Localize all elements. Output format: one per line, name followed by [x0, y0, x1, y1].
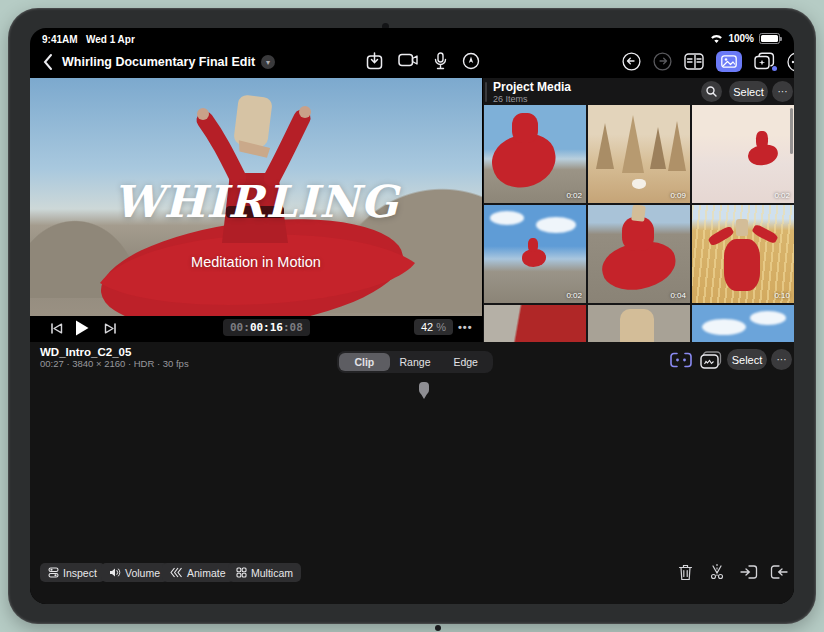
- project-media-count: 26 Items: [493, 94, 571, 104]
- timeline-clip-name: WD_Intro_C2_05: [40, 346, 189, 358]
- viewer-title-overlay: WHIRLING: [30, 176, 482, 227]
- viewer-zoom-control[interactable]: 42 %: [414, 319, 453, 335]
- clip-appearance-icon[interactable]: [700, 351, 722, 369]
- media-thumb-canyon[interactable]: 0:09: [588, 105, 690, 203]
- multicam-button[interactable]: Multicam: [228, 563, 301, 582]
- edit-mode-segmented-control: Clip Range Edge: [337, 351, 493, 373]
- thumb-duration: 0:04: [670, 291, 686, 300]
- playhead-handle[interactable]: [419, 382, 429, 395]
- battery-icon: [759, 33, 780, 44]
- media-more-button[interactable]: ···: [772, 81, 793, 102]
- timecode-main: 00:16: [250, 321, 283, 334]
- thumb-duration: 0:02: [774, 191, 790, 200]
- back-button[interactable]: [42, 53, 53, 71]
- volume-button[interactable]: Volume: [101, 563, 168, 582]
- skip-back-icon[interactable]: [50, 322, 63, 335]
- bezel-dot: [435, 625, 441, 631]
- thumb-duration: 0:10: [774, 291, 790, 300]
- timecode-display[interactable]: 00:00:16:08: [223, 319, 310, 336]
- app-screen: 9:41AM Wed 1 Apr 100% Whirling Documenta…: [30, 28, 794, 604]
- pencil-tool-icon[interactable]: [462, 52, 480, 70]
- wifi-icon: [710, 34, 723, 44]
- chevron-left-icon: [42, 53, 53, 71]
- blade-split-icon[interactable]: [708, 563, 726, 581]
- timeline-clip-meta: 00:27 · 3840 × 2160 · HDR · 30 fps: [40, 358, 189, 369]
- record-video-icon[interactable]: [398, 52, 419, 68]
- thumb-duration: 0:09: [670, 191, 686, 200]
- inspect-icon: [48, 567, 59, 578]
- inspect-label: Inspect: [63, 567, 97, 579]
- project-title: Whirling Documentary Final Edit: [62, 55, 255, 69]
- notification-dot: [772, 66, 777, 71]
- battery-percent: 100%: [728, 33, 754, 44]
- project-media-panel: Project Media 26 Items Select ··· 0:02 0…: [483, 78, 794, 342]
- multicam-icon: [236, 567, 247, 578]
- photo-icon: [721, 55, 737, 68]
- animate-label: Animate: [187, 567, 226, 579]
- undo-icon[interactable]: [622, 52, 641, 71]
- thumb-duration: 0:02: [566, 191, 582, 200]
- timeline-panel: WD_Intro_C2_05 00:27 · 3840 × 2160 · HDR…: [30, 342, 794, 604]
- inspector-panel-icon[interactable]: [684, 53, 704, 70]
- status-date: Wed 1 Apr: [86, 34, 135, 45]
- media-select-button[interactable]: Select: [729, 81, 768, 102]
- viewer-subtitle-overlay: Meditation in Motion: [30, 254, 482, 270]
- multicam-label: Multicam: [251, 567, 293, 579]
- search-button[interactable]: [701, 81, 722, 102]
- project-title-menu[interactable]: Whirling Documentary Final Edit ▾: [62, 55, 275, 69]
- toolbar-center-icons: [366, 52, 480, 70]
- insert-clip-icon[interactable]: [740, 564, 758, 580]
- toolbar-right-icons: [622, 51, 794, 72]
- media-thumb-spin-close[interactable]: 0:04: [588, 205, 690, 303]
- media-thumb-wheat[interactable]: 0:10: [692, 205, 794, 303]
- status-time: 9:41AM: [42, 34, 78, 45]
- project-media-title: Project Media: [493, 80, 571, 94]
- chevron-down-icon: ▾: [261, 55, 275, 69]
- speaker-icon: [109, 567, 121, 578]
- animate-button[interactable]: Animate: [162, 563, 234, 582]
- mode-edge[interactable]: Edge: [440, 353, 491, 371]
- media-thumb-dervish-rock[interactable]: 0:02: [484, 105, 586, 203]
- connect-clip-icon[interactable]: [670, 352, 692, 368]
- status-bar-left: 9:41AM Wed 1 Apr: [42, 34, 135, 45]
- zoom-value: 42: [421, 321, 433, 333]
- project-media-header: Project Media 26 Items: [493, 80, 571, 104]
- redo-icon[interactable]: [653, 52, 672, 71]
- timeline-select-button[interactable]: Select: [727, 349, 767, 370]
- search-icon: [706, 86, 717, 97]
- viewer-more-icon[interactable]: •••: [458, 321, 473, 333]
- mode-clip[interactable]: Clip: [339, 353, 390, 371]
- voiceover-mic-icon[interactable]: [434, 52, 447, 70]
- timecode-hours: 00:: [230, 321, 250, 334]
- status-bar-right: 100%: [710, 33, 780, 44]
- overwrite-clip-icon[interactable]: [770, 564, 788, 580]
- media-browser-button-active[interactable]: [716, 51, 742, 72]
- panel-drag-handle[interactable]: [485, 82, 487, 102]
- volume-label: Volume: [125, 567, 160, 579]
- thumb-duration: 0:02: [566, 291, 582, 300]
- media-thumb-sky[interactable]: [692, 305, 794, 342]
- media-grid: 0:02 0:09 0:02 0:02: [484, 105, 794, 342]
- skip-forward-icon[interactable]: [104, 322, 117, 335]
- mode-range[interactable]: Range: [390, 353, 441, 371]
- media-thumb-red-closeup[interactable]: [484, 305, 586, 342]
- more-options-icon[interactable]: [787, 52, 794, 72]
- zoom-unit: %: [436, 321, 446, 333]
- delete-icon[interactable]: [678, 564, 693, 581]
- media-thumb-badlands[interactable]: 0:02: [484, 205, 586, 303]
- media-thumb-saltflat[interactable]: 0:02: [692, 105, 794, 203]
- timecode-frames: :08: [283, 321, 303, 334]
- timeline-more-button[interactable]: ···: [771, 349, 792, 370]
- content-library-button[interactable]: [754, 52, 775, 71]
- media-scrollbar[interactable]: [790, 108, 793, 154]
- timeline-clip-info: WD_Intro_C2_05 00:27 · 3840 × 2160 · HDR…: [40, 346, 189, 369]
- animate-icon: [170, 567, 183, 578]
- transport-bar: 00:00:16:08 42 % •••: [30, 316, 482, 342]
- inspect-button[interactable]: Inspect: [40, 563, 105, 582]
- import-media-icon[interactable]: [366, 52, 383, 70]
- play-button[interactable]: [74, 319, 90, 337]
- viewer[interactable]: WHIRLING Meditation in Motion: [30, 78, 482, 316]
- media-thumb-hat-closeup[interactable]: [588, 305, 690, 342]
